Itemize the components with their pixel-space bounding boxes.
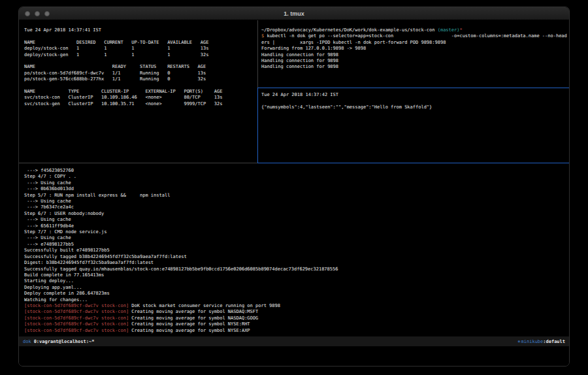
terminal-line: Successfully tagged b38b42246945fd7f32c5…	[24, 254, 568, 260]
terminal-line: Step 7/7 : CMD node service.js	[24, 229, 568, 235]
terminal-line: Starting deploy...	[24, 278, 568, 284]
terminal-line: deploy/stock-con 1 1 1 1 13s	[24, 46, 257, 52]
terminal-line: NAME TYPE CLUSTER-IP EXTERNAL-IP PORT(S)…	[24, 89, 257, 95]
terminal-line: ~/Dropbox/advocacy/Kubernetes/DoK/work/d…	[261, 27, 568, 33]
status-right: ⎈ minikube :default	[517, 339, 565, 344]
terminal-line: po/stock-con-5d7df689cf-dwc7v 1/1 Runnin…	[24, 71, 257, 76]
terminal-line: NAME DESIRED CURRENT UP-TO-DATE AVAILABL…	[24, 40, 257, 46]
terminal-line: ---> 0b636bd013dd	[24, 186, 568, 192]
terminal-line: ---> Using cache	[24, 199, 568, 204]
kubernetes-helm-icon: ⎈	[517, 339, 520, 344]
terminal-line	[24, 83, 257, 89]
pane-divider-vertical-active	[257, 88, 258, 163]
terminal-line: Tue 24 Apr 2018 14:37:42 IST	[261, 92, 568, 98]
terminal-line: Digest: b38b42246945fd7f32c5ba9aea7af7fd…	[24, 260, 568, 266]
terminal-line: Watching for changes...	[24, 297, 568, 303]
window-title: 1. tmux	[19, 10, 569, 17]
terminal-line: po/stock-gen-576cc688bb-277hx 1/1 Runnin…	[24, 76, 257, 82]
terminal-line: [stock-con-5d7df689cf-dwc7v stock-con] C…	[24, 316, 568, 321]
pane-kubectl-watch[interactable]: Tue 24 Apr 2018 14:37:41 ISTNAME DESIRED…	[24, 27, 257, 162]
terminal-line: Handling connection for 9898	[261, 58, 568, 64]
terminal-line: Handling connection for 9898	[261, 52, 568, 58]
terminal-line: ers | xargs -IPOD kubectl -n dok port-fo…	[261, 40, 568, 46]
terminal-line: Deploy complete in 286.647823ms	[24, 291, 568, 297]
status-left: dok 0:vagrant@localhost:~*	[23, 339, 94, 344]
terminal-line: Forwarding from 127.0.0.1:9898 -> 9898	[261, 46, 568, 52]
terminal-line: [stock-con-5d7df689cf-dwc7v stock-con] D…	[24, 303, 568, 309]
terminal-line: Deploying app.yaml...	[24, 285, 568, 291]
tmux-status-bar: dok 0:vagrant@localhost:~* ⎈ minikube :d…	[19, 336, 569, 346]
kube-context: minikube	[521, 339, 544, 344]
session-name: dok	[23, 339, 31, 344]
terminal-line: [stock-con-5d7df689cf-dwc7v stock-con] C…	[24, 309, 568, 315]
terminal-line	[261, 98, 568, 104]
pane-divider-vertical-inactive	[257, 20, 258, 88]
terminal-line	[24, 58, 257, 64]
terminal-line: ---> Using cache	[24, 180, 568, 186]
terminal-line: $ kubectl -n dok get po --selector=app=s…	[261, 33, 568, 39]
terminal-line: ---> Using cache	[24, 235, 568, 241]
terminal-window: 1. tmux Tue 24 Apr 2018 14:37:41 ISTNAME…	[18, 7, 570, 367]
terminal-line	[24, 33, 257, 39]
terminal-line: Step 4/7 : COPY . .	[24, 174, 568, 180]
terminal-line: Handling connection for 9898	[261, 64, 568, 70]
terminal-line: Step 5/7 : RUN npm install express && np…	[24, 193, 568, 199]
window-list-item[interactable]: 0:vagrant@localhost:~*	[34, 339, 95, 344]
terminal-line: ---> f45623052760	[24, 168, 568, 174]
pane-divider-horizontal-active	[258, 88, 569, 88]
pane-curl-output[interactable]: Tue 24 Apr 2018 14:37:42 IST{"numsymbols…	[261, 92, 568, 162]
terminal-line: ---> 7b6347ce2a4c	[24, 204, 568, 210]
pane-port-forward[interactable]: ~/Dropbox/advocacy/Kubernetes/DoK/work/d…	[261, 27, 568, 88]
terminal-line: NAME READY STATUS RESTARTS AGE	[24, 64, 257, 70]
terminal-line: deploy/stock-gen 1 1 1 1 32s	[24, 52, 257, 58]
terminal-line: Tue 24 Apr 2018 14:37:41 IST	[24, 27, 257, 33]
terminal-line: ---> e74898127bb5	[24, 242, 568, 248]
terminal-line: Successfully tagged quay.io/mhausenblas/…	[24, 267, 568, 272]
terminal-line: svc/stock-con ClusterIP 10.109.186.46 <n…	[24, 95, 257, 101]
pane-divider-horizontal-inactive	[19, 163, 257, 163]
terminal-line: [stock-con-5d7df689cf-dwc7v stock-con] C…	[24, 321, 568, 327]
terminal-line: {"numsymbols":4,"lastseen":"","message":…	[261, 105, 568, 110]
terminal-line: ---> 65611ff9db4e	[24, 223, 568, 229]
window-titlebar: 1. tmux	[19, 7, 569, 20]
kube-namespace: :default	[543, 339, 565, 344]
terminal-line: [stock-con-5d7df689cf-dwc7v stock-con] C…	[24, 328, 568, 334]
terminal-line: ---> Using cache	[24, 217, 568, 223]
terminal-line: Successfully built e74898127bb5	[24, 248, 568, 253]
terminal-line: Step 6/7 : USER nobody:nobody	[24, 211, 568, 217]
tmux-content: Tue 24 Apr 2018 14:37:41 ISTNAME DESIRED…	[19, 20, 569, 367]
pane-skaffold-build-log[interactable]: ---> f45623052760Step 4/7 : COPY . . ---…	[24, 168, 568, 336]
terminal-line: Build complete in 77.165413ms	[24, 272, 568, 278]
terminal-line: svc/stock-gen ClusterIP 10.100.35.71 <no…	[24, 101, 257, 107]
pane-divider-horizontal-active-right	[257, 163, 569, 163]
